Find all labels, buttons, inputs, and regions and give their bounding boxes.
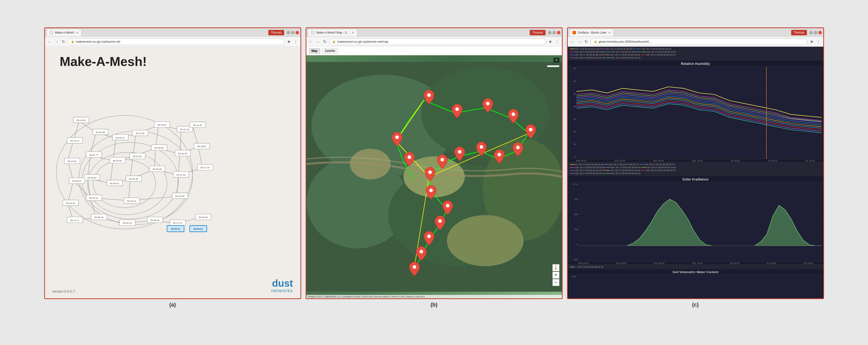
lock-icon-a: 🔒: [71, 40, 74, 43]
main-container: Make-A-Mesh! × Thomas ← → ↻: [37, 20, 831, 325]
dust-logo-text: dust: [272, 278, 293, 288]
window-controls-c: [809, 31, 822, 34]
bookmark-btn-a[interactable]: ★: [286, 39, 291, 44]
reload-btn-a[interactable]: ↻: [61, 39, 66, 44]
solar-y-axis: 1.0 K 750 500 250 0 -250: [569, 183, 579, 261]
tab-title-b: Make-A-Mesh! Map - 3D...: [316, 31, 350, 34]
reload-btn-b[interactable]: ↻: [322, 39, 328, 44]
legend-color-7: [570, 55, 575, 55]
svg-text:35-49-44: 35-49-44: [150, 219, 159, 221]
forward-btn-c[interactable]: →: [577, 39, 582, 44]
legend-color-8: [605, 55, 610, 55]
close-btn-a[interactable]: [296, 31, 299, 34]
svg-text:35-11-33: 35-11-33: [176, 174, 185, 176]
svg-point-126: [447, 215, 523, 266]
bookmark-btn-c[interactable]: ★: [809, 39, 814, 44]
soil-section: Soil Volumetric Water Content 0.30: [568, 269, 823, 298]
soil-title: Soil Volumetric Water Content: [569, 270, 822, 274]
solar-chart-area: 1.0 K 750 500 250 0 -250: [569, 182, 822, 262]
mesh-title: Make-A-Mesh!: [45, 47, 301, 71]
browser-chrome-c: Grafana - Bucks Lake × Thomas ← → ↻: [568, 28, 823, 47]
humidity-x-labels: 8/30 16:00 8/31 00:00 8/31 08:00 8/31 16…: [569, 159, 822, 162]
dust-logo: dust networks: [271, 278, 293, 293]
legend-color-5: [606, 52, 611, 52]
svg-text:60-2a-4d: 60-2a-4d: [178, 152, 187, 155]
legend-item-10: s3x: 00-17-0d-00-00-60-2a-4d: [570, 57, 605, 59]
panel-b: Make-A-Mesh! Map - 3D... × Thomas ← → ↻: [306, 27, 563, 299]
back-btn-a[interactable]: ←: [47, 39, 52, 44]
map-controls: 🚶 + −: [553, 264, 559, 286]
forward-btn-a[interactable]: →: [54, 39, 59, 44]
legend-color-2: [600, 49, 605, 49]
tab-user-c: Thomas: [791, 30, 807, 35]
menu-btn-c[interactable]: ⋮: [816, 39, 821, 44]
legend-item-8: s3x: 00-17-0d-00-00-60-25-ee: [605, 54, 640, 56]
tab-close-c[interactable]: ×: [609, 31, 611, 35]
back-btn-b[interactable]: ←: [308, 39, 314, 44]
tab-close-b[interactable]: ×: [352, 31, 354, 35]
maximize-btn-a[interactable]: [291, 31, 294, 34]
bookmark-btn-b[interactable]: ★: [548, 39, 553, 44]
svg-text:60-b0-01: 60-b0-01: [193, 228, 203, 230]
grafana-content: 00-17-0d-00-00-60-1e-af s3x: 00-17-0d-00…: [568, 47, 823, 298]
solar-x-labels: 8/30 16:00 8/31 00:00 8/31 08:00 8/31 16…: [569, 261, 822, 264]
svg-text:60-25-ee: 60-25-ee: [113, 159, 122, 162]
maximize-btn-b[interactable]: [553, 31, 556, 34]
svg-text:35-12-dc: 35-12-dc: [135, 132, 145, 134]
svg-point-152: [427, 93, 431, 97]
address-bar-a[interactable]: 🔒 makeamesh.eu-gb.mybluemix.net: [68, 38, 285, 45]
dust-logo-subtitle: networks: [271, 288, 293, 293]
legend-item-7: s3x: 00-17-0d-00-00-60-1d-0f: [570, 54, 604, 56]
solar-legend-text: — 00-17-0d-00-00-38-3d-7d: [576, 266, 603, 268]
map-btn-map[interactable]: Map: [309, 48, 320, 54]
back-btn-c[interactable]: ←: [570, 39, 575, 44]
humidity-chart-area: 70 60 50 40 30 20 10 0: [569, 67, 822, 159]
svg-point-169: [420, 250, 423, 253]
address-bar-row-a: ← → ↻ 🔒 makeamesh.eu-gb.mybluemix.net ★ …: [45, 37, 301, 46]
close-btn-b[interactable]: [557, 31, 560, 34]
tab-b[interactable]: Make-A-Mesh! Map - 3D... ×: [308, 29, 357, 36]
minimize-btn-b[interactable]: [548, 31, 552, 34]
address-bar-row-b: ← → ↻ 🔒 makeamesh.eu-gb.mybluemix.net/ma…: [306, 37, 562, 46]
zoom-in-btn[interactable]: +: [553, 272, 559, 279]
legend-item-5: s3x: 00-17-0d-00-00-38-40-e4: [606, 51, 641, 53]
minimize-btn-c[interactable]: [809, 31, 813, 34]
reload-btn-c[interactable]: ↻: [584, 39, 589, 44]
svg-text:60-19-af: 60-19-af: [158, 123, 166, 126]
svg-point-161: [440, 158, 444, 161]
tab-c[interactable]: Grafana - Bucks Lake ×: [569, 29, 614, 36]
menu-btn-a[interactable]: ⋮: [293, 39, 299, 44]
address-bar-c[interactable]: 🔒 glaser.berkeley.edu:3000/dashboard/d..…: [591, 38, 807, 45]
svg-text:55-c0-d3: 55-c0-d3: [198, 216, 207, 219]
favicon-b: [311, 31, 314, 34]
legend-item-3: s3x: 00-17-0d-00-00-38-3d-7d: [636, 48, 671, 50]
tab-close-a[interactable]: ×: [76, 31, 78, 35]
map-btn-satellite[interactable]: Satellite: [322, 48, 338, 54]
svg-text:60-29-37: 60-29-37: [110, 182, 119, 185]
svg-point-167: [438, 219, 441, 222]
network-svg: 60-c4-46 35-30-00 60-2b-37 35-12-dc 60-1…: [45, 71, 301, 276]
svg-text:55-d7-77: 55-d7-77: [89, 154, 98, 156]
svg-point-160: [458, 150, 461, 153]
svg-point-170: [413, 265, 416, 269]
grafana-legend-mid: rh: 00-17-0d-00-00-60-1e-af s3x: 00-17-0…: [568, 162, 823, 176]
browser-chrome-b: Make-A-Mesh! Map - 3D... × Thomas ← → ↻: [306, 28, 562, 47]
pegman-icon[interactable]: 🚶: [553, 264, 559, 271]
tab-title-c: Grafana - Bucks Lake: [578, 31, 607, 34]
minimize-btn-a[interactable]: [287, 31, 290, 34]
menu-btn-b[interactable]: ⋮: [554, 39, 560, 44]
lock-icon-b: 🔒: [332, 40, 336, 43]
forward-btn-b[interactable]: →: [315, 39, 321, 44]
svg-text:60-b0-01: 60-b0-01: [171, 228, 180, 230]
tab-title-a: Make-A-Mesh!: [55, 31, 74, 34]
legend-item-1: 00-17-0d-00-00-60-1e-af: [570, 48, 600, 50]
legend-item-9: s3x: 00-17-0d-00-00-60-29-37: [641, 54, 676, 56]
tab-a[interactable]: Make-A-Mesh! ×: [46, 29, 82, 36]
address-bar-b[interactable]: 🔒 makeamesh.eu-gb.mybluemix.net/map: [329, 38, 546, 45]
close-btn-c[interactable]: [818, 31, 822, 34]
svg-text:60-2a-ce: 60-2a-ce: [127, 199, 136, 202]
legend-color-9: [641, 55, 646, 55]
zoom-out-btn[interactable]: −: [553, 279, 559, 286]
maximize-btn-c[interactable]: [814, 31, 817, 34]
address-text-a: makeamesh.eu-gb.mybluemix.net: [76, 40, 120, 43]
